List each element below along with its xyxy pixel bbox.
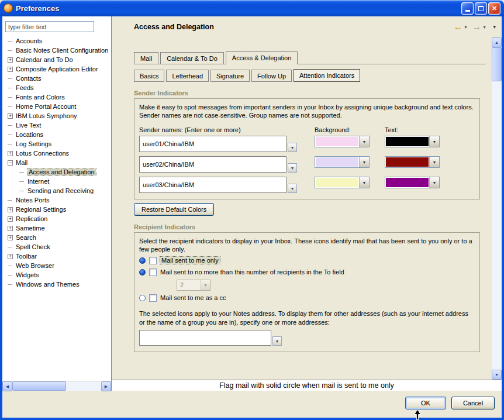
sidebar-item-locations[interactable]: Locations — [2, 130, 111, 139]
tree-connector-icon — [8, 41, 12, 42]
combo-arrow-icon[interactable]: ▼ — [359, 177, 369, 188]
sidebar-horizontal-scrollbar[interactable]: ◀ ▶ — [2, 381, 111, 391]
sidebar-item-composite-application-editor[interactable]: +Composite Application Editor — [2, 64, 111, 74]
collapse-icon[interactable]: − — [8, 160, 13, 166]
sidebar-item-lotus-connections[interactable]: +Lotus Connections — [2, 149, 111, 158]
address-note: The selected icons apply to your Notes a… — [139, 309, 470, 327]
expand-icon[interactable]: + — [8, 67, 13, 72]
option-checkbox[interactable] — [149, 257, 157, 264]
subtab-letterhead[interactable]: Letterhead — [166, 70, 209, 82]
tab-access-and-delegation[interactable]: Access & Delegation — [226, 51, 298, 64]
subtab-attention-indicators[interactable]: Attention Indicators — [294, 69, 360, 82]
sidebar-item-home-portal-account[interactable]: Home Portal Account — [2, 102, 111, 111]
combo-arrow-icon[interactable]: ▼ — [429, 136, 439, 147]
sender-name-input[interactable] — [139, 156, 286, 173]
option-checkbox[interactable] — [149, 294, 157, 302]
combo-arrow-icon[interactable]: ▼ — [359, 157, 369, 167]
sidebar-item-widgets[interactable]: Widgets — [2, 270, 111, 280]
sidebar-item-mail[interactable]: −Mail — [2, 158, 111, 167]
sidebar-item-ibm-lotus-symphony[interactable]: +IBM Lotus Symphony — [2, 111, 111, 121]
sidebar-item-internet[interactable]: Internet — [2, 177, 111, 186]
scroll-left-arrow[interactable]: ◀ — [2, 381, 12, 391]
expand-icon[interactable]: + — [8, 226, 13, 231]
title-bar[interactable]: Preferences ✕ — [0, 0, 504, 16]
combo-arrow-icon[interactable]: ▼ — [429, 157, 439, 167]
forward-dropdown-icon[interactable]: ▾ — [483, 25, 485, 30]
forward-icon[interactable]: → — [472, 23, 481, 31]
subtab-follow-up[interactable]: Follow Up — [251, 70, 292, 82]
sidebar-item-notes-ports[interactable]: Notes Ports — [2, 195, 111, 205]
sidebar-item-access-and-delegation[interactable]: Access and Delegation — [2, 167, 111, 177]
background-color-combo[interactable]: ▼ — [315, 136, 370, 147]
address-dropdown-button[interactable]: ▼ — [272, 336, 282, 346]
recipient-count-select[interactable]: 2▼ — [177, 280, 210, 291]
back-dropdown-icon[interactable]: ▾ — [464, 25, 467, 30]
sender-name-dropdown-button[interactable]: ▼ — [288, 143, 297, 152]
sidebar-item-web-browser[interactable]: Web Browser — [2, 261, 111, 270]
sender-name-input[interactable] — [139, 136, 286, 152]
scroll-right-arrow[interactable]: ▶ — [101, 381, 111, 391]
filter-input[interactable] — [5, 21, 94, 32]
expand-icon[interactable]: + — [8, 235, 13, 240]
recipient-indicators-label: Recipient Indicators — [134, 223, 486, 230]
subtab-basics[interactable]: Basics — [134, 70, 164, 82]
tab-calendar-and-to-do[interactable]: Calendar & To Do — [160, 52, 224, 64]
expand-icon[interactable]: + — [8, 216, 13, 222]
scroll-down-arrow[interactable]: ▼ — [492, 370, 502, 380]
sender-name-dropdown-button[interactable]: ▼ — [288, 184, 297, 193]
sidebar-item-regional-settings[interactable]: +Regional Settings — [2, 205, 111, 214]
sender-name-dropdown-button[interactable]: ▼ — [288, 163, 297, 173]
cancel-button[interactable]: Cancel — [451, 397, 495, 409]
expand-icon[interactable]: + — [8, 151, 13, 156]
sidebar-item-spell-check[interactable]: Spell Check — [2, 242, 111, 252]
sidebar-item-log-settings[interactable]: Log Settings — [2, 139, 111, 149]
vertical-scrollbar-track[interactable] — [492, 81, 502, 370]
vertical-scrollbar-thumb[interactable] — [492, 47, 502, 81]
text-color-combo[interactable]: ▼ — [385, 177, 440, 188]
sidebar-item-label: Toolbar — [16, 253, 37, 260]
sidebar-item-fonts-and-colors[interactable]: Fonts and Colors — [2, 92, 111, 102]
sidebar-item-contacts[interactable]: Contacts — [2, 74, 111, 83]
sidebar-item-windows-and-themes[interactable]: Windows and Themes — [2, 280, 111, 289]
text-header: Text: — [385, 126, 476, 133]
sidebar-item-accounts[interactable]: Accounts — [2, 36, 111, 46]
option-checkbox[interactable] — [149, 268, 157, 276]
sidebar-item-feeds[interactable]: Feeds — [2, 83, 111, 92]
sidebar-item-sending-and-receiving[interactable]: Sending and Receiving — [2, 186, 111, 195]
ok-button[interactable]: OK — [405, 397, 446, 409]
vertical-scrollbar[interactable]: ▲ ▼ — [492, 37, 502, 380]
expand-icon[interactable]: + — [8, 57, 13, 63]
sidebar-item-basic-notes-client-configuration[interactable]: Basic Notes Client Configuration — [2, 46, 111, 55]
background-color-combo[interactable]: ▼ — [315, 177, 370, 188]
count-value: 2 — [177, 280, 201, 290]
back-icon[interactable]: ← — [453, 23, 462, 31]
view-menu-icon[interactable]: ▾ — [493, 24, 496, 30]
sidebar-item-live-text[interactable]: Live Text — [2, 121, 111, 130]
sidebar-item-search[interactable]: +Search — [2, 233, 111, 242]
expand-icon[interactable]: + — [8, 254, 13, 259]
restore-default-colors-button[interactable]: Restore Default Colors — [134, 203, 214, 216]
tab-mail[interactable]: Mail — [134, 52, 158, 64]
horizontal-scrollbar-track[interactable] — [66, 381, 101, 391]
combo-arrow-icon[interactable]: ▼ — [429, 177, 439, 188]
text-color-combo[interactable]: ▼ — [385, 136, 440, 147]
sidebar-item-toolbar[interactable]: +Toolbar — [2, 252, 111, 261]
tree-connector-icon — [19, 191, 24, 191]
sender-name-input[interactable] — [139, 177, 286, 193]
sidebar-item-replication[interactable]: +Replication — [2, 214, 111, 223]
combo-arrow-icon[interactable]: ▼ — [359, 136, 369, 147]
address-input[interactable] — [139, 330, 271, 346]
sidebar-item-sametime[interactable]: +Sametime — [2, 223, 111, 233]
horizontal-scrollbar-thumb[interactable] — [12, 381, 66, 391]
text-color-combo[interactable]: ▼ — [385, 156, 440, 168]
sidebar-item-calendar-and-to-do[interactable]: +Calendar and To Do — [2, 55, 111, 64]
expand-icon[interactable]: + — [8, 113, 13, 119]
scroll-up-arrow[interactable]: ▲ — [492, 37, 502, 47]
minimize-button[interactable] — [461, 2, 474, 15]
subtab-signature[interactable]: Signature — [210, 70, 250, 82]
expand-icon[interactable]: + — [8, 207, 13, 212]
maximize-button[interactable] — [475, 2, 487, 15]
sidebar-item-label: Spell Check — [16, 243, 50, 250]
close-button[interactable]: ✕ — [488, 2, 500, 15]
background-color-combo[interactable]: ▼ — [315, 156, 370, 168]
